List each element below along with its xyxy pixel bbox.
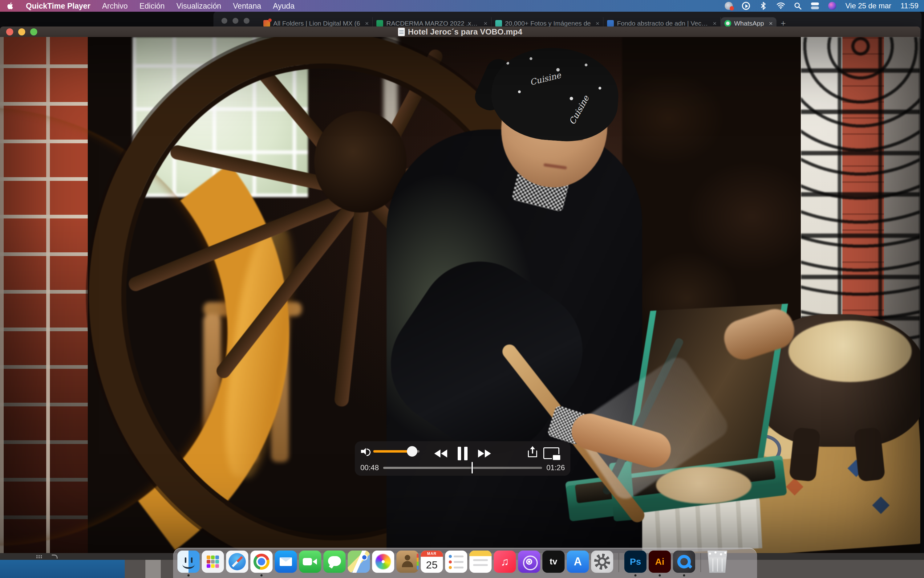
rewind-button[interactable] [434, 450, 447, 458]
current-time: 00:48 [360, 463, 379, 472]
picture-in-picture-icon[interactable] [543, 447, 559, 459]
running-indicator [188, 574, 190, 576]
tab-title: Fondo abstracto de adn | Vec… [617, 20, 708, 27]
dock-illustrator[interactable]: Ai [648, 550, 671, 577]
dock-divider [700, 553, 701, 572]
tab-favicon [495, 20, 502, 27]
tab-close-icon[interactable]: × [713, 20, 717, 27]
dock-contacts[interactable] [396, 550, 418, 577]
dock-trash[interactable] [706, 550, 728, 577]
dock-music[interactable]: ♫ [494, 550, 516, 577]
dock: MAR 25 ♫ tv A Ps Ai [173, 548, 757, 578]
menu-item-visualizacion[interactable]: Visualización [177, 2, 221, 10]
dock-quicktime[interactable] [673, 550, 695, 577]
window-title: Hotel Jeroc´s para VOBO.mp4 [408, 27, 522, 37]
tab-title: WhatsApp [734, 20, 764, 27]
dock-divider [618, 553, 619, 572]
dock-app-store[interactable]: A [567, 550, 589, 577]
dock-podcasts[interactable] [518, 550, 540, 577]
illustrator-label: Ai [648, 550, 671, 573]
running-indicator [683, 574, 685, 576]
dock-mail[interactable] [275, 550, 297, 577]
quicktime-window: Hotel Jeroc´s para VOBO.mp4 [0, 26, 920, 553]
volume-fill [373, 450, 412, 453]
dock-chrome[interactable] [250, 550, 272, 577]
share-icon[interactable] [527, 447, 538, 457]
tab-close-icon[interactable]: × [596, 20, 599, 27]
calendar-day: 25 [421, 557, 443, 573]
duration: 01:26 [546, 463, 565, 472]
siri-icon[interactable] [828, 2, 836, 10]
dock-photos[interactable] [372, 550, 394, 577]
dock-messages[interactable] [323, 550, 345, 577]
menu-item-ventana[interactable]: Ventana [233, 2, 261, 10]
tab-close-icon[interactable]: × [365, 20, 369, 27]
chrome-traffic-lights-inactive[interactable] [222, 18, 250, 24]
dock-maps[interactable] [348, 550, 370, 577]
video-frame[interactable]: Cuisine Cuisine [0, 37, 920, 553]
running-indicator [634, 574, 637, 576]
redo-arrow-icon [52, 555, 58, 559]
dock-system-preferences[interactable] [591, 550, 613, 577]
minimize-button[interactable] [18, 28, 25, 36]
screen-record-icon[interactable] [725, 2, 733, 10]
zoom-button[interactable] [30, 28, 37, 36]
dock-finder[interactable] [177, 550, 199, 577]
window-title-group: Hotel Jeroc´s para VOBO.mp4 [398, 26, 522, 37]
dock-safari[interactable] [226, 550, 248, 577]
volume-knob[interactable] [407, 446, 417, 456]
timeline: 00:48 01:26 [360, 463, 565, 472]
tab-title: All Folders | Lion Digital MX (6 [273, 20, 360, 27]
transport-controls [434, 445, 491, 461]
menu-item-ayuda[interactable]: Ayuda [273, 2, 295, 10]
apple-menu-icon[interactable] [7, 2, 14, 10]
tab-close-icon[interactable]: × [769, 20, 772, 27]
dock-photoshop[interactable]: Ps [624, 550, 647, 577]
play-circle-icon[interactable] [742, 2, 750, 10]
speaker-icon[interactable] [361, 447, 370, 455]
wifi-icon[interactable] [776, 2, 785, 10]
quicktime-title-bar: Hotel Jeroc´s para VOBO.mp4 [0, 26, 920, 37]
volume-group [361, 447, 420, 455]
tab-favicon [263, 20, 270, 27]
traffic-lights [0, 28, 37, 36]
music-note-icon: ♫ [494, 550, 516, 573]
dock-notes[interactable] [469, 550, 491, 577]
menu-bar-clock[interactable]: 11:59 [901, 2, 918, 10]
playback-controls: 00:48 01:26 [355, 441, 571, 476]
menu-item-edicion[interactable]: Edición [139, 2, 165, 10]
running-indicator [659, 574, 661, 576]
pause-button[interactable] [458, 447, 468, 460]
bluetooth-icon[interactable] [759, 2, 767, 10]
playhead[interactable] [472, 462, 473, 474]
tab-title: 20,000+ Fotos y Imágenes de [505, 20, 591, 27]
desktop-screen: QuickTime Player Archivo Edición Visuali… [0, 0, 924, 578]
background-gray-panel [145, 560, 161, 578]
tab-title: RACDERMA MARZO 2022 .xls… [386, 20, 479, 27]
video-file-icon [398, 28, 405, 36]
progress-bar[interactable] [383, 467, 542, 469]
menu-bar: QuickTime Player Archivo Edición Visuali… [0, 0, 924, 12]
running-indicator [261, 574, 263, 576]
dock-launchpad[interactable] [202, 550, 224, 577]
tv-label: tv [542, 550, 564, 573]
tab-favicon [607, 20, 614, 27]
dock-tv[interactable]: tv [542, 550, 564, 577]
appstore-label: A [567, 550, 589, 573]
tab-close-icon[interactable]: × [483, 20, 487, 27]
fast-forward-button[interactable] [478, 450, 491, 458]
photoshop-label: Ps [624, 550, 647, 573]
dock-facetime[interactable] [299, 550, 321, 577]
dock-reminders[interactable] [445, 550, 467, 577]
menu-bar-date[interactable]: Vie 25 de mar [845, 2, 892, 10]
search-icon[interactable] [794, 2, 802, 10]
grid-icon [36, 555, 37, 557]
menu-item-archivo[interactable]: Archivo [102, 2, 128, 10]
menu-app-name[interactable]: QuickTime Player [26, 2, 90, 10]
dock-calendar[interactable]: MAR 25 [421, 550, 443, 577]
tab-favicon [376, 20, 383, 27]
close-button[interactable] [6, 28, 13, 36]
whatsapp-favicon [725, 20, 731, 27]
control-center-icon[interactable] [811, 2, 819, 10]
volume-slider[interactable] [373, 450, 420, 453]
